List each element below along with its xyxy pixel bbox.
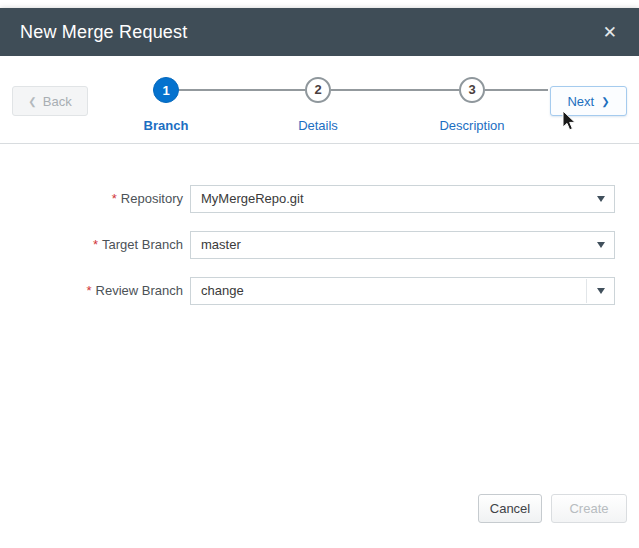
target-branch-label: *Target Branch [0,231,183,259]
back-button[interactable]: ❮ Back [12,86,88,116]
mouse-cursor [561,110,581,132]
required-marker: * [93,237,98,252]
close-icon[interactable]: ✕ [601,20,619,45]
chevron-left-icon: ❮ [28,96,36,107]
train-connector-3 [485,89,548,91]
step-3-label-description[interactable]: Description [407,118,537,133]
step-3-indicator[interactable]: 3 [459,77,485,103]
target-branch-label-text: Target Branch [102,237,183,252]
required-marker: * [112,191,117,206]
chevron-down-icon[interactable] [597,288,605,294]
chevron-down-icon[interactable] [597,242,605,248]
step-2-indicator[interactable]: 2 [305,77,331,103]
next-button-label: Next [567,94,594,109]
repository-value: MyMergeRepo.git [201,186,304,212]
step-1-label-branch[interactable]: Branch [101,118,231,133]
step-2-label-details[interactable]: Details [253,118,383,133]
required-marker: * [87,283,92,298]
create-button[interactable]: Create [551,494,627,523]
combobox-separator [586,279,587,303]
dialog-header: New Merge Request ✕ [0,8,639,56]
dialog-title: New Merge Request [20,22,187,43]
chevron-right-icon: ❯ [601,96,609,107]
back-button-label: Back [43,94,72,109]
train-connector-2 [331,89,459,91]
target-branch-value: master [201,232,241,258]
review-branch-label-text: Review Branch [96,283,183,298]
review-branch-combobox[interactable]: change [190,277,615,305]
repository-select[interactable]: MyMergeRepo.git [190,185,615,213]
header-divider [0,143,639,144]
train-connector-1 [179,89,305,91]
repository-label: *Repository [0,185,183,213]
target-branch-select[interactable]: master [190,231,615,259]
new-merge-request-dialog: New Merge Request ✕ ❮ Back 1 2 3 Branch … [0,8,639,548]
repository-label-text: Repository [121,191,183,206]
review-branch-label: *Review Branch [0,277,183,305]
review-branch-value: change [201,278,244,304]
cancel-button[interactable]: Cancel [478,494,542,523]
step-1-indicator[interactable]: 1 [153,77,179,103]
chevron-down-icon[interactable] [597,196,605,202]
